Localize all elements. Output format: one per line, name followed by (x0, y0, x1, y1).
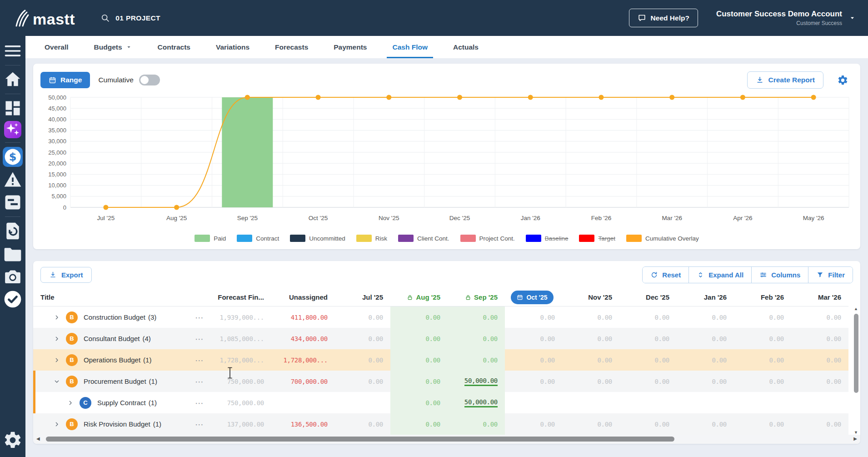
column-header-jul-25[interactable]: Jul '25 (333, 293, 390, 301)
vertical-scroll-thumb[interactable] (854, 314, 858, 393)
month-cell-nov-25[interactable]: 0.00 (562, 349, 619, 371)
sidebar-item-dashboard-icon[interactable] (3, 98, 23, 118)
month-cell-sep-25[interactable]: 50,000.00 (448, 371, 505, 392)
month-cell-jan-26[interactable]: 0.00 (677, 306, 734, 328)
need-help-button[interactable]: Need Help? (629, 9, 698, 27)
column-header-nov-25[interactable]: Nov '25 (562, 293, 619, 301)
legend-item-contract[interactable]: Contract (237, 235, 279, 242)
month-cell-aug-25[interactable]: 0.00 (390, 328, 448, 349)
forecast-cell[interactable]: 1,728,000... (213, 349, 269, 371)
month-cell-oct-25[interactable]: 0.00 (505, 328, 562, 349)
legend-item-risk[interactable]: Risk (356, 235, 387, 242)
project-search[interactable]: 01 PROJECT (100, 13, 160, 23)
month-cell-aug-25[interactable]: 0.00 (390, 371, 448, 392)
unassigned-cell[interactable]: 411,800.00 (269, 306, 333, 328)
month-cell-sep-25[interactable]: 50,000.00 (448, 392, 505, 413)
legend-item-cumulative-overlay[interactable]: Cumulative Overlay (626, 235, 699, 242)
column-header-oct-25[interactable]: Oct '25 (505, 291, 562, 304)
tab-actuals[interactable]: Actuals (440, 36, 491, 58)
chevron-right-icon[interactable] (52, 421, 61, 428)
month-cell-feb-26[interactable]: 0.00 (734, 306, 791, 328)
sidebar-item-gantt-icon[interactable] (3, 192, 23, 212)
row-menu-ellipsis[interactable]: ⋯ (195, 377, 204, 387)
create-report-button[interactable]: Create Report (747, 71, 824, 89)
chevron-right-icon[interactable] (52, 335, 61, 342)
legend-item-project-cont[interactable]: Project Cont. (460, 235, 515, 242)
month-cell-dec-25[interactable]: 0.00 (619, 328, 677, 349)
column-header-title[interactable]: Title (33, 293, 213, 301)
month-cell-sep-25[interactable]: 0.00 (448, 413, 505, 435)
horizontal-scroll-thumb[interactable] (46, 437, 674, 442)
sidebar-item-dollar-icon[interactable]: $ (3, 147, 23, 167)
legend-item-client-cont[interactable]: Client Cont. (398, 235, 449, 242)
chevron-right-icon[interactable] (52, 314, 61, 321)
month-cell-aug-25[interactable]: 0.00 (390, 392, 448, 413)
horizontal-scrollbar[interactable]: ◀ ▶ (33, 435, 860, 444)
month-cell-nov-25[interactable]: 0.00 (562, 328, 619, 349)
month-cell-sep-25[interactable]: 0.00 (448, 349, 505, 371)
month-cell-mar-26[interactable]: 0.00 (791, 413, 848, 435)
selected-month-pill[interactable]: Oct '25 (511, 291, 553, 304)
month-cell-jan-26[interactable]: 0.00 (677, 413, 734, 435)
account-menu[interactable]: Customer Success Demo Account Customer S… (716, 10, 856, 26)
month-cell-aug-25[interactable]: 0.00 (390, 349, 448, 371)
reset-button[interactable]: Reset (643, 267, 688, 283)
export-button[interactable]: Export (40, 267, 92, 283)
month-cell-feb-26[interactable]: 0.00 (734, 371, 791, 392)
month-cell-mar-26[interactable]: 0.00 (791, 328, 848, 349)
month-cell-nov-25[interactable] (562, 392, 619, 413)
month-cell-nov-25[interactable]: 0.00 (562, 306, 619, 328)
tab-cash-flow[interactable]: Cash Flow (379, 36, 440, 58)
chevron-down-icon[interactable] (52, 378, 61, 385)
scroll-left-arrow[interactable]: ◀ (36, 436, 40, 441)
month-cell-mar-26[interactable]: 0.00 (791, 306, 848, 328)
month-cell-jul-25[interactable]: 0.00 (333, 371, 390, 392)
row-menu-ellipsis[interactable]: ⋯ (195, 334, 204, 344)
table-row-operations-budget[interactable]: BOperations Budget(1)⋯1,728,000...1,728,… (33, 349, 848, 371)
month-cell-feb-26[interactable]: 0.00 (734, 413, 791, 435)
month-cell-jul-25[interactable]: 0.00 (333, 328, 390, 349)
chart-settings-gear-icon[interactable] (837, 75, 848, 86)
month-cell-jul-25[interactable]: 0.00 (333, 306, 390, 328)
month-cell-jan-26[interactable]: 0.00 (677, 328, 734, 349)
unassigned-cell[interactable]: 434,000.00 (269, 328, 333, 349)
month-cell-dec-25[interactable] (619, 392, 677, 413)
sidebar-item-warning-icon[interactable] (3, 170, 23, 190)
month-cell-sep-25[interactable]: 0.00 (448, 306, 505, 328)
forecast-cell[interactable]: 1,085,000... (213, 328, 269, 349)
vertical-scrollbar[interactable]: ▲ ▼ (853, 306, 859, 434)
unassigned-cell[interactable] (269, 392, 333, 413)
tab-overall[interactable]: Overall (32, 36, 81, 58)
row-menu-ellipsis[interactable]: ⋯ (195, 312, 204, 322)
table-row-construction-budget[interactable]: BConstruction Budget(3)⋯1,939,000...411,… (33, 306, 848, 328)
scroll-down-arrow[interactable]: ▼ (854, 430, 858, 435)
chevron-right-icon[interactable] (66, 399, 75, 407)
table-row-consultant-budget[interactable]: BConsultant Budget(4)⋯1,085,000...434,00… (33, 328, 848, 349)
month-cell-feb-26[interactable] (734, 392, 791, 413)
forecast-cell[interactable]: 750,000.00 (213, 392, 269, 413)
columns-button[interactable]: Columns (751, 267, 808, 283)
sidebar-item-check-icon[interactable] (3, 289, 23, 309)
row-menu-ellipsis[interactable]: ⋯ (195, 398, 204, 408)
column-header-forecast-fin[interactable]: Forecast Fin... (213, 293, 269, 301)
month-cell-oct-25[interactable]: 0.00 (505, 371, 562, 392)
row-menu-ellipsis[interactable]: ⋯ (195, 355, 204, 365)
month-cell-mar-26[interactable]: 0.00 (791, 371, 848, 392)
legend-item-uncommitted[interactable]: Uncommitted (290, 235, 345, 242)
tab-variations[interactable]: Variations (203, 36, 262, 58)
month-cell-mar-26[interactable]: 0.00 (791, 349, 848, 371)
sidebar-item-folder-icon[interactable] (3, 244, 23, 264)
column-header-unassigned[interactable]: Unassigned (269, 293, 333, 301)
month-cell-oct-25[interactable] (505, 392, 562, 413)
tab-contracts[interactable]: Contracts (145, 36, 203, 58)
table-row-supply-contract[interactable]: CSupply Contract(1)⋯750,000.000.0050,000… (33, 392, 848, 413)
month-cell-dec-25[interactable]: 0.00 (619, 306, 677, 328)
tab-payments[interactable]: Payments (321, 36, 379, 58)
tab-forecasts[interactable]: Forecasts (262, 36, 321, 58)
cumulative-toggle[interactable] (139, 75, 160, 85)
tab-budgets[interactable]: Budgets (81, 36, 145, 58)
month-cell-jul-25[interactable]: 0.00 (333, 349, 390, 371)
row-menu-ellipsis[interactable]: ⋯ (195, 419, 204, 429)
month-cell-oct-25[interactable]: 0.00 (505, 349, 562, 371)
month-cell-feb-26[interactable]: 0.00 (734, 328, 791, 349)
